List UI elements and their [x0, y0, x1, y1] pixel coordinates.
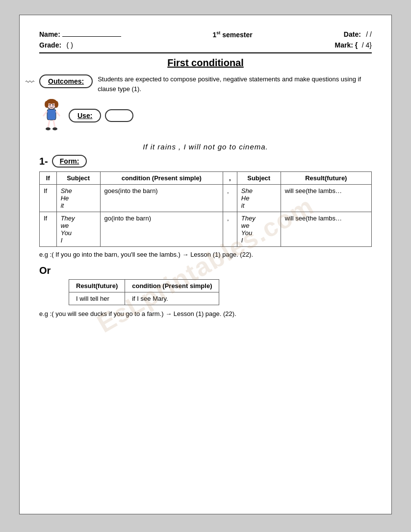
th-comma: ,: [223, 172, 237, 185]
table-row: If TheyweYouI go(into the barn) , Theywe…: [40, 212, 372, 247]
th-condition: condition (Present simple): [100, 172, 223, 185]
or-cell-result: I will tell her: [69, 292, 125, 305]
worksheet-page: EsLprintables.com Name: 1st semester Dat…: [19, 15, 392, 514]
use-section: Use:: [39, 98, 372, 133]
or-th-condition: condition (Present simple): [125, 280, 219, 292]
cell-result-1: will see(the lambs…: [281, 185, 371, 212]
th-subject1: Subject: [56, 172, 100, 185]
table-row: If SheHeit goes(into the barn) , SheHeit…: [40, 185, 372, 212]
or-cell-condition: if I see Mary.: [125, 292, 219, 305]
eg-line-2: e.g :( you will see ducks if you go to a…: [39, 310, 372, 317]
header-row2: Grade: ( ) Mark: { / 4}: [39, 41, 372, 53]
semester-field: 1st semester: [212, 30, 252, 39]
use-label: Use:: [69, 109, 101, 122]
cell-result-2: will see(the lambs…: [281, 212, 371, 247]
cell-subject1-1: SheHeit: [56, 185, 100, 212]
or-label: Or: [39, 265, 372, 276]
or-table: Result(future) condition (Present simple…: [69, 279, 219, 305]
girl-icon: [39, 98, 64, 133]
svg-rect-4: [47, 109, 56, 120]
svg-point-12: [52, 104, 54, 106]
cell-if-2: If: [40, 212, 57, 247]
example-sentence: If it rains , I will not go to cinema.: [39, 143, 372, 151]
cell-subject1-2: TheyweYouI: [56, 212, 100, 247]
svg-point-9: [46, 127, 51, 130]
svg-point-11: [50, 104, 51, 106]
svg-line-8: [53, 120, 55, 128]
cell-comma-1: ,: [223, 185, 237, 212]
cell-condition-2: go(into the barn): [100, 212, 223, 247]
name-field: Name:: [39, 30, 121, 39]
header-row1: Name: 1st semester Date: / /: [39, 30, 372, 39]
or-section: Or Result(future) condition (Present sim…: [39, 265, 372, 305]
svg-line-6: [56, 111, 60, 116]
th-if: If: [40, 172, 57, 185]
cell-comma-2: ,: [223, 212, 237, 247]
date-field: Date: / /: [344, 30, 372, 39]
eg-line-1: e.g :( If you go into the barn, you'll s…: [39, 251, 372, 258]
svg-line-5: [43, 111, 47, 116]
form-table: If Subject condition (Present simple) , …: [39, 171, 372, 247]
svg-point-2: [45, 101, 49, 108]
form-label: Form:: [52, 155, 87, 168]
form-section-header: 1- Form:: [39, 155, 372, 168]
cell-subject2-1: SheHeit: [237, 185, 281, 212]
mark-field: Mark: { / 4}: [335, 41, 372, 49]
or-table-row: I will tell her if I see Mary.: [69, 292, 219, 305]
svg-point-3: [54, 101, 58, 108]
svg-point-10: [52, 127, 57, 130]
outcomes-section: Outcomes: 〰 Students are expected to com…: [39, 74, 372, 94]
grade-field: Grade: ( ): [39, 41, 73, 49]
outcomes-text: Students are expected to compose positiv…: [98, 74, 372, 94]
or-th-result: Result(future): [69, 280, 125, 292]
svg-line-7: [48, 120, 50, 128]
cell-subject2-2: TheyweYouI: [237, 212, 281, 247]
outcomes-label: Outcomes:: [39, 74, 93, 88]
page-title: First conditional: [39, 57, 372, 69]
cell-if-1: If: [40, 185, 57, 212]
cell-condition-1: goes(into the barn): [100, 185, 223, 212]
th-result: Result(future): [281, 172, 371, 185]
th-subject2: Subject: [237, 172, 281, 185]
